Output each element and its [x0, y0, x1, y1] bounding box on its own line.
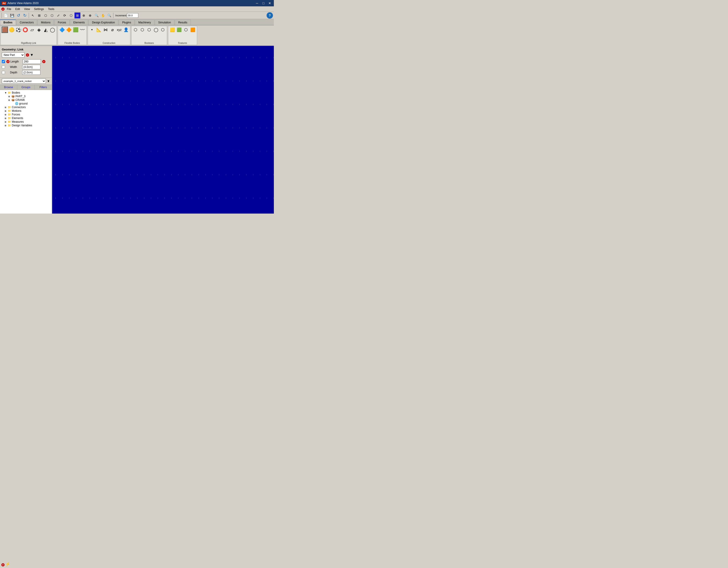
tab-forces[interactable]: Forces: [54, 20, 69, 25]
forces-toggle[interactable]: ⊕: [5, 113, 8, 116]
ribbon-btn-shape4[interactable]: ◯: [49, 27, 56, 33]
view3d2-button[interactable]: ⬡: [49, 12, 55, 18]
menu-file[interactable]: File: [5, 7, 13, 11]
ribbon-btn-con1[interactable]: •: [89, 27, 95, 33]
ribbon-btn-bool1[interactable]: ⬡: [132, 27, 139, 33]
ribbon-btn-con5[interactable]: xyz: [116, 27, 122, 33]
viewport-canvas[interactable]: example_1_crank_rocker Adams gr: [52, 46, 274, 213]
ribbon-btn-flex1[interactable]: 🔷: [59, 27, 65, 33]
ribbon-btn-con4[interactable]: ⌀: [109, 27, 116, 33]
tree-item-design-variables[interactable]: ⊕ 📁 Design Variables: [1, 124, 51, 127]
ribbon-group-label-flexible: Flexible Bodies: [59, 41, 86, 44]
width-input[interactable]: [22, 65, 40, 69]
tab-motions[interactable]: Motions: [37, 20, 54, 25]
tab-elements[interactable]: Elements: [70, 20, 88, 25]
ribbon-btn-bool4[interactable]: ◯: [153, 27, 159, 33]
view3d-button[interactable]: ⬡: [43, 12, 49, 18]
part3-toggle[interactable]: ⊕: [8, 95, 11, 98]
ribbon-btn-feat2[interactable]: 🟩: [176, 27, 182, 33]
ribbon-btn-shape3[interactable]: ◭: [42, 27, 49, 33]
tab-plugins[interactable]: Plugins: [119, 20, 134, 25]
select-button[interactable]: ↖: [30, 12, 36, 18]
close-button[interactable]: ✕: [267, 1, 272, 5]
model-select[interactable]: .example_1_crank_rocker: [2, 79, 46, 84]
move-button[interactable]: ⤢: [55, 12, 61, 18]
length-checkbox[interactable]: [2, 60, 5, 63]
length-input[interactable]: [23, 59, 41, 64]
ribbon-btn-bool3[interactable]: ⬡: [146, 27, 152, 33]
ribbon-btn-feat4[interactable]: 🟧: [190, 27, 196, 33]
increment-input[interactable]: [127, 13, 138, 18]
pan-button[interactable]: ✋: [100, 12, 106, 18]
depth-checkbox[interactable]: [2, 71, 5, 74]
model-dropdown-arrow[interactable]: ▼: [47, 79, 50, 83]
connect-button[interactable]: ⬡: [68, 12, 74, 18]
menu-settings[interactable]: Settings: [32, 7, 46, 11]
bodies-toggle[interactable]: ▼: [5, 92, 8, 94]
tab-simulation[interactable]: Simulation: [155, 20, 174, 25]
tree-item-connectors[interactable]: ⊕ 📁 Connectors: [1, 105, 51, 109]
tree-item-motions[interactable]: ⊕ 📁 Motions: [1, 109, 51, 113]
elements-toggle[interactable]: ⊕: [5, 117, 8, 119]
rotate-button[interactable]: ⟳: [62, 12, 68, 18]
measures-toggle[interactable]: ⊕: [5, 121, 8, 123]
crank-toggle[interactable]: ⊕: [8, 99, 11, 101]
tab-bodies[interactable]: Bodies: [0, 20, 16, 25]
ribbon-btn-cyl[interactable]: 🟡: [8, 27, 15, 33]
tree-item-part3[interactable]: ⊕ 📦 PART_3: [1, 94, 51, 98]
ribbon-btn-con2[interactable]: 📐: [96, 27, 102, 33]
menu-tools[interactable]: Tools: [46, 7, 56, 11]
help-button[interactable]: ?: [267, 12, 273, 19]
tab-results[interactable]: Results: [175, 20, 191, 25]
highlight-button[interactable]: ⊞: [74, 12, 80, 18]
physics-button[interactable]: ⊕: [87, 12, 93, 18]
ribbon-btn-feat3[interactable]: ⬡: [183, 27, 189, 33]
ribbon-btn-con3[interactable]: ⋈: [102, 27, 109, 33]
tree-item-crank[interactable]: ⊕ 📦 CRANK: [1, 98, 51, 102]
tab-connectors[interactable]: Connectors: [16, 20, 37, 25]
tree-area[interactable]: ▼ 📁 Bodies ⊕ 📦 PART_3 ⊕ 📦 CRANK: [0, 90, 52, 213]
tree-item-elements[interactable]: ⊕ 📁 Elements: [1, 116, 51, 120]
part-dropdown-arrow[interactable]: ▼: [30, 53, 34, 57]
transform-button[interactable]: ⊞: [36, 12, 42, 18]
ribbon-btn-box[interactable]: 🟫: [2, 27, 8, 33]
connectors-folder-icon: 📁: [8, 106, 11, 109]
search-toolbar-button[interactable]: 🔍: [106, 12, 112, 18]
menu-edit[interactable]: Edit: [13, 7, 22, 11]
browser-tab-browse[interactable]: Browse: [0, 85, 17, 90]
ribbon-btn-flex2[interactable]: 🔶: [66, 27, 72, 33]
connectors-toggle[interactable]: ⊕: [5, 106, 8, 109]
ribbon-btn-flex3[interactable]: 🟩: [72, 27, 79, 33]
tab-design-exploration[interactable]: Design Exploration: [89, 20, 118, 25]
ribbon-btn-shape1[interactable]: ▱: [29, 27, 35, 33]
menu-view[interactable]: View: [22, 7, 32, 11]
zoom-button[interactable]: 🔍: [94, 12, 99, 18]
browser-tab-filters[interactable]: Filters: [35, 85, 52, 90]
tree-item-measures[interactable]: ⊕ 📁 Measures: [1, 120, 51, 124]
new-button[interactable]: 📄: [3, 12, 9, 18]
undo-button[interactable]: ↺: [15, 12, 21, 18]
tree-item-bodies[interactable]: ▼ 📁 Bodies: [1, 91, 51, 94]
tree-item-ground[interactable]: 🌐 ground: [1, 102, 51, 105]
tree-item-forces[interactable]: ⊕ 📁 Forces: [1, 113, 51, 116]
save-button[interactable]: 💾: [9, 12, 15, 18]
depth-input[interactable]: [22, 70, 40, 75]
ribbon-btn-shape2[interactable]: ◈: [36, 27, 42, 33]
width-checkbox[interactable]: [2, 65, 5, 69]
ribbon-btn-bool2[interactable]: ⬡: [139, 27, 146, 33]
ribbon-btn-feat1[interactable]: 🟨: [169, 27, 176, 33]
part-select[interactable]: New Part Ground CRANK PART_3: [2, 52, 25, 57]
design-vars-toggle[interactable]: ⊕: [5, 124, 8, 127]
ribbon-btn-con6[interactable]: 👤: [123, 27, 129, 33]
ribbon-btn-flex4[interactable]: 〰: [79, 27, 86, 33]
maximize-button[interactable]: □: [261, 1, 266, 5]
ribbon-btn-bool5[interactable]: ⬡: [160, 27, 166, 33]
motions-toggle[interactable]: ⊕: [5, 110, 8, 112]
redo-button[interactable]: ↻: [22, 12, 28, 18]
measure-button[interactable]: ⊕: [81, 12, 87, 18]
minimize-button[interactable]: ─: [255, 1, 259, 5]
browser-tab-groups[interactable]: Groups: [17, 85, 35, 90]
tab-machinery[interactable]: Machinery: [135, 20, 154, 25]
ribbon-btn-sphere[interactable]: ⚽: [15, 27, 22, 33]
ribbon-btn-torus[interactable]: ⭕: [22, 27, 28, 33]
